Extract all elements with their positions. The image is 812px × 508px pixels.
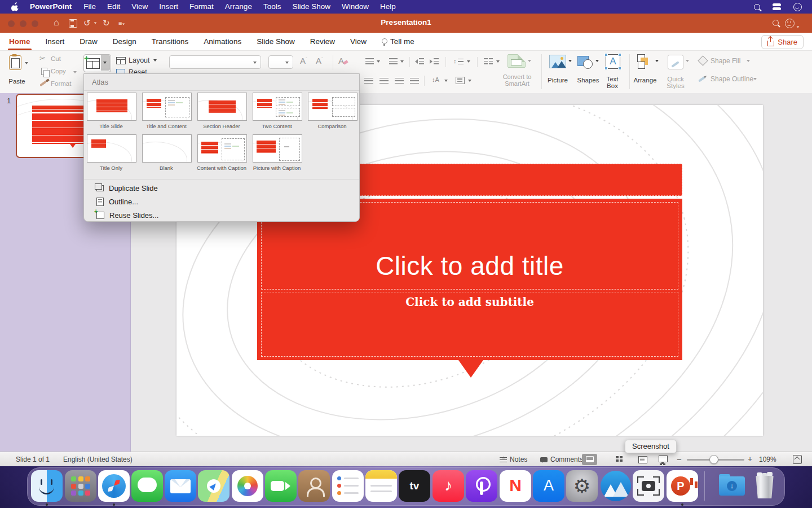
menubar-help[interactable]: Help [374,0,401,14]
dock-notes-icon[interactable] [365,470,397,502]
arrange-label[interactable]: Arrange [630,77,660,84]
text-box-label-1[interactable]: Text [601,76,624,82]
normal-view-button[interactable] [582,454,597,465]
cut-icon[interactable]: ✂ [39,54,46,63]
tab-design[interactable]: Design [113,33,136,50]
cut-label[interactable]: Cut [51,55,61,62]
shape-outline-chevron[interactable] [753,78,757,80]
numbering-icon[interactable] [389,58,398,65]
dock-settings-icon[interactable]: ⚙ [566,470,598,502]
convert-smartart-label-2[interactable]: SmartArt [495,80,539,87]
format-label[interactable]: Format [51,80,71,87]
columns-chevron[interactable] [496,60,500,63]
menubar-tools[interactable]: Tools [258,0,287,14]
text-box-label-2[interactable]: Box [601,82,624,89]
language-status[interactable]: English (United States) [63,456,133,463]
picture-label[interactable]: Picture [542,77,573,84]
menubar-window[interactable]: Window [336,0,374,14]
shapes-label[interactable]: Shapes [572,77,604,84]
dock-powerpoint-icon[interactable]: P [667,470,698,502]
copy-label[interactable]: Copy [51,68,66,75]
layout-title-and-content[interactable]: Title and Content [142,93,192,129]
shape-fill-chevron[interactable] [747,60,750,62]
tab-review[interactable]: Review [310,33,335,50]
font-size-combo[interactable] [268,55,293,69]
picture-icon[interactable] [549,55,566,68]
reading-view-button[interactable] [638,456,647,463]
dock-screenshot-icon[interactable] [633,470,664,502]
slideshow-view-button[interactable] [659,456,668,462]
tab-draw[interactable]: Draw [80,33,98,50]
font-name-combo[interactable] [169,55,261,69]
dock-contacts-icon[interactable] [298,470,330,502]
slide-sorter-view-button[interactable] [616,456,623,462]
subtitle-placeholder[interactable]: Click to add subtitle [261,292,678,357]
tab-animations[interactable]: Animations [204,33,241,50]
arrange-chevron[interactable] [655,60,659,62]
search-icon[interactable] [773,20,779,26]
text-direction-icon[interactable]: ↕A [432,76,439,83]
dock-news-icon[interactable]: N [500,470,531,502]
zoom-out-button[interactable]: − [677,454,682,464]
tab-transitions[interactable]: Transitions [152,33,189,50]
menubar-insert[interactable]: Insert [153,0,184,14]
menubar-file[interactable]: File [78,0,102,14]
layout-content-with-caption[interactable]: Content with Caption [197,134,247,171]
smartart-chevron[interactable] [528,60,531,62]
new-slide-dropdown-button[interactable] [101,55,110,71]
comments-toggle[interactable]: Comments [540,456,583,463]
quick-styles-chevron[interactable] [686,60,689,62]
dock-appletv-icon[interactable]: tv [399,470,430,502]
copy-chevron[interactable] [73,71,77,73]
menubar-edit[interactable]: Edit [102,0,126,14]
layout-blank[interactable]: Blank [142,134,192,171]
zoom-percentage[interactable]: 109% [759,456,776,463]
dock-mail-icon[interactable] [165,470,196,502]
align-text-icon[interactable] [456,77,465,84]
shapes-icon[interactable] [577,56,589,66]
layout-two-content[interactable]: Two Content [253,93,302,129]
dock-reminders-icon[interactable] [332,470,364,502]
dock-safari-icon[interactable] [98,470,130,502]
dock-photos-icon[interactable] [232,470,263,502]
zoom-in-button[interactable]: + [748,454,752,463]
dock-facetime-icon[interactable] [265,470,297,502]
fit-slide-to-window-button[interactable] [793,455,802,464]
dock-appstore-icon[interactable]: A [533,470,564,502]
arrange-icon[interactable] [637,54,652,69]
siri-icon[interactable] [793,3,802,11]
convert-to-smartart-icon[interactable] [508,54,526,68]
dock-downloads-icon[interactable]: ↓ [716,470,748,502]
dock-messages-icon[interactable] [131,470,163,502]
layout-comparison[interactable]: Comparison [308,93,358,129]
layout-picture-with-caption[interactable]: Picture with Caption [253,134,302,171]
layout-title-slide[interactable]: Title Slide [87,93,136,129]
dock-podcasts-icon[interactable] [466,470,497,502]
paste-icon[interactable] [9,55,21,70]
layout-label[interactable]: Layout [129,56,150,64]
dock-music-icon[interactable]: ♪ [433,470,464,502]
menu-item-duplicate-slide[interactable]: Duplicate Slide [84,181,359,195]
menubar-app-name[interactable]: PowerPoint [24,0,78,14]
paste-label[interactable]: Paste [3,78,30,85]
numbering-chevron[interactable] [400,60,404,63]
menu-item-reuse-slides[interactable]: Reuse Slides... [84,208,359,222]
dock-trash-icon[interactable] [749,470,780,502]
menubar-slideshow[interactable]: Slide Show [286,0,336,14]
tab-slideshow[interactable]: Slide Show [257,33,295,50]
align-center-icon[interactable] [379,77,389,87]
shape-outline-label[interactable]: Shape Outline [710,75,753,83]
layout-chevron[interactable] [153,59,157,62]
format-brush-icon[interactable] [39,81,47,87]
dock-launchpad-icon[interactable] [65,470,96,502]
tab-home[interactable]: Home [9,33,30,50]
layout-icon[interactable] [116,57,126,64]
dock-installer-icon[interactable] [600,470,632,502]
line-spacing-icon[interactable]: ↕ [453,58,457,64]
menubar-format[interactable]: Format [184,0,219,14]
share-button[interactable]: Share [761,35,804,49]
layout-section-header[interactable]: Section Header [197,93,247,129]
menubar-arrange[interactable]: Arrange [219,0,258,14]
control-center-icon[interactable] [773,3,781,10]
dock-maps-icon[interactable] [198,470,230,502]
